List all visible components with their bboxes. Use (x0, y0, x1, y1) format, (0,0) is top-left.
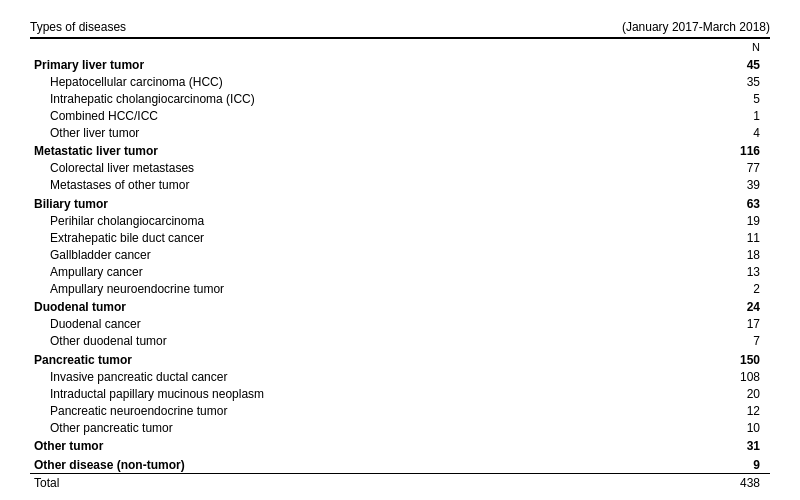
disease-cell: Intrahepatic cholangiocarcinoma (ICC) (30, 90, 659, 107)
disease-cell: Primary liver tumor (30, 55, 659, 74)
disease-cell: Other disease (non-tumor) (30, 455, 659, 474)
n-cell: 63 (659, 194, 770, 213)
table-row: Other liver tumor4 (30, 124, 770, 141)
n-cell: 39 (659, 177, 770, 194)
n-cell: 4 (659, 124, 770, 141)
disease-cell: Invasive pancreatic ductal cancer (30, 368, 659, 385)
table-row: Hepatocellular carcinoma (HCC)35 (30, 73, 770, 90)
table-row: Invasive pancreatic ductal cancer108 (30, 368, 770, 385)
col-n-subheader: N (659, 39, 770, 55)
table-row: Other disease (non-tumor)9 (30, 455, 770, 474)
table-row: Other tumor31 (30, 436, 770, 455)
n-cell: 2 (659, 280, 770, 297)
table-row: Ampullary neuroendocrine tumor2 (30, 280, 770, 297)
table-row: Metastatic liver tumor116 (30, 141, 770, 160)
table-row: Primary liver tumor45 (30, 55, 770, 74)
table-row: Gallbladder cancer18 (30, 246, 770, 263)
table-row: Perihilar cholangiocarcinoma19 (30, 212, 770, 229)
disease-cell: Total (30, 474, 659, 492)
n-cell: 5 (659, 90, 770, 107)
n-cell: 11 (659, 229, 770, 246)
n-cell: 9 (659, 455, 770, 474)
table-row: Other pancreatic tumor10 (30, 419, 770, 436)
n-cell: 20 (659, 385, 770, 402)
n-cell: 12 (659, 402, 770, 419)
disease-cell: Metastatic liver tumor (30, 141, 659, 160)
table-header: Types of diseases (January 2017-March 20… (30, 20, 770, 38)
disease-cell: Other tumor (30, 436, 659, 455)
table-row: Pancreatic neuroendocrine tumor12 (30, 402, 770, 419)
disease-cell: Duodenal tumor (30, 297, 659, 316)
n-cell: 13 (659, 263, 770, 280)
disease-cell: Other duodenal tumor (30, 333, 659, 350)
table-row: Pancreatic tumor150 (30, 350, 770, 369)
n-cell: 1 (659, 107, 770, 124)
col-disease-header: Types of diseases (30, 20, 126, 34)
disease-cell: Intraductal papillary mucinous neoplasm (30, 385, 659, 402)
subheader-row: N (30, 39, 770, 55)
disease-cell: Hepatocellular carcinoma (HCC) (30, 73, 659, 90)
n-cell: 18 (659, 246, 770, 263)
table-row: Total438 (30, 474, 770, 492)
date-range-header: (January 2017-March 2018) (622, 20, 770, 34)
table-row: Biliary tumor63 (30, 194, 770, 213)
disease-cell: Combined HCC/ICC (30, 107, 659, 124)
n-cell: 17 (659, 316, 770, 333)
disease-cell: Other pancreatic tumor (30, 419, 659, 436)
n-cell: 19 (659, 212, 770, 229)
disease-cell: Ampullary neuroendocrine tumor (30, 280, 659, 297)
disease-cell: Gallbladder cancer (30, 246, 659, 263)
n-cell: 77 (659, 160, 770, 177)
disease-cell: Ampullary cancer (30, 263, 659, 280)
table-row: Intraductal papillary mucinous neoplasm2… (30, 385, 770, 402)
disease-cell: Biliary tumor (30, 194, 659, 213)
disease-cell: Extrahepatic bile duct cancer (30, 229, 659, 246)
n-cell: 35 (659, 73, 770, 90)
disease-cell: Perihilar cholangiocarcinoma (30, 212, 659, 229)
table-row: Intrahepatic cholangiocarcinoma (ICC)5 (30, 90, 770, 107)
table-row: Ampullary cancer13 (30, 263, 770, 280)
table-row: Extrahepatic bile duct cancer11 (30, 229, 770, 246)
table-row: Other duodenal tumor7 (30, 333, 770, 350)
disease-cell: Duodenal cancer (30, 316, 659, 333)
table-row: Metastases of other tumor39 (30, 177, 770, 194)
disease-cell: Other liver tumor (30, 124, 659, 141)
disease-cell: Colorectal liver metastases (30, 160, 659, 177)
table-row: Combined HCC/ICC1 (30, 107, 770, 124)
disease-cell: Pancreatic tumor (30, 350, 659, 369)
n-cell: 10 (659, 419, 770, 436)
col-disease-subheader (30, 39, 659, 55)
n-cell: 31 (659, 436, 770, 455)
n-cell: 7 (659, 333, 770, 350)
n-cell: 150 (659, 350, 770, 369)
disease-cell: Pancreatic neuroendocrine tumor (30, 402, 659, 419)
disease-table: N Primary liver tumor45Hepatocellular ca… (30, 38, 770, 492)
disease-cell: Metastases of other tumor (30, 177, 659, 194)
table-row: Colorectal liver metastases77 (30, 160, 770, 177)
n-cell: 108 (659, 368, 770, 385)
n-cell: 438 (659, 474, 770, 492)
n-cell: 116 (659, 141, 770, 160)
n-cell: 45 (659, 55, 770, 74)
table-row: Duodenal cancer17 (30, 316, 770, 333)
n-cell: 24 (659, 297, 770, 316)
table-row: Duodenal tumor24 (30, 297, 770, 316)
